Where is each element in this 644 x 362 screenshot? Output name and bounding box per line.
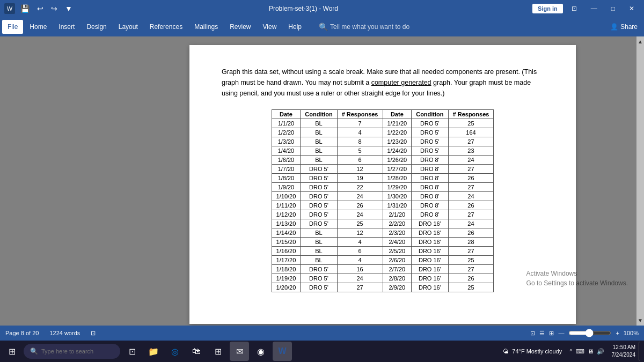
mail-button[interactable]: ✉ — [230, 342, 249, 361]
tab-review[interactable]: Review — [224, 20, 256, 34]
table-row: 1/20/20DRO 5'272/9/20DRO 16'25 — [272, 283, 494, 292]
zoom-slider[interactable] — [568, 329, 611, 337]
sign-in-button[interactable]: Sign in — [532, 4, 563, 13]
cell-0-0: 1/1/20 — [272, 119, 301, 128]
redo-button[interactable]: ↪ — [49, 3, 60, 14]
customize-button[interactable]: ▼ — [63, 3, 75, 14]
close-button[interactable]: ✕ — [624, 3, 640, 14]
tab-view[interactable]: View — [258, 20, 282, 34]
status-right: ⊡ ☰ ⊞ — + 100% — [530, 329, 639, 337]
cell-14-0: 1/16/20 — [272, 247, 301, 256]
speaker-icon[interactable]: 🔊 — [597, 348, 604, 355]
undo-button[interactable]: ↩ — [35, 3, 46, 14]
table-row: 1/1/20BL71/21/20DRO 5'25 — [272, 119, 494, 128]
col-header-condition2: Condition — [412, 110, 448, 119]
word-icon: W — [4, 3, 15, 14]
view-print-icon[interactable]: ⊡ — [530, 330, 535, 337]
cell-17-2: 24 — [337, 274, 383, 283]
cell-7-4: DRO 8' — [412, 183, 448, 192]
monitor-icon[interactable]: 🖥 — [588, 348, 594, 354]
cell-1-4: DRO 5' — [412, 128, 448, 137]
cell-15-5: 25 — [448, 256, 494, 265]
view-web-icon[interactable]: ☰ — [539, 330, 545, 337]
share-icon: 👤 — [610, 23, 618, 31]
cell-15-4: DRO 16' — [412, 256, 448, 265]
cell-14-1: BL — [301, 247, 337, 256]
tab-mailings[interactable]: Mailings — [189, 20, 223, 34]
document-page: Graph this data set, without using a sca… — [189, 45, 576, 324]
apps-button[interactable]: ⊞ — [208, 342, 228, 361]
scroll-bar[interactable]: ▲ ▼ — [636, 36, 644, 326]
table-row: 1/15/20BL42/4/20DRO 16'28 — [272, 238, 494, 247]
tab-file[interactable]: File — [2, 20, 23, 34]
cell-18-4: DRO 16' — [412, 283, 448, 292]
instructions-text: Graph this data set, without using a sca… — [222, 67, 544, 99]
clock-date: 7/24/2024 — [612, 351, 636, 359]
zoom-plus[interactable]: + — [616, 330, 619, 336]
save-button[interactable]: 💾 — [18, 3, 32, 14]
col-header-responses2: # Responses — [448, 110, 494, 119]
zoom-minus[interactable]: — — [558, 330, 564, 336]
underline-text: computer generated — [371, 79, 431, 86]
cell-6-2: 19 — [337, 174, 383, 183]
cell-2-4: DRO 5' — [412, 137, 448, 146]
tab-design[interactable]: Design — [81, 20, 112, 34]
keyboard-icon[interactable]: ⌨ — [576, 348, 584, 355]
view-read-icon[interactable]: ⊞ — [549, 330, 554, 337]
cell-1-3: 1/22/20 — [383, 128, 412, 137]
taskbar-search-input[interactable] — [41, 348, 115, 354]
maximize-button[interactable]: □ — [606, 3, 620, 14]
tab-layout[interactable]: Layout — [113, 20, 143, 34]
chrome-button[interactable]: ◉ — [251, 342, 270, 361]
restore-button[interactable]: ⊡ — [566, 3, 582, 14]
word-taskbar-button[interactable]: W — [273, 342, 292, 361]
chevron-icon[interactable]: ^ — [569, 348, 572, 354]
cell-18-0: 1/20/20 — [272, 283, 301, 292]
cell-3-4: DRO 5' — [412, 146, 448, 156]
cell-9-3: 1/31/20 — [383, 201, 412, 210]
table-row: 1/2/20BL41/22/20DRO 5'164 — [272, 128, 494, 137]
scroll-down-arrow[interactable]: ▼ — [638, 315, 643, 326]
cell-3-5: 23 — [448, 146, 494, 156]
table-row: 1/3/20BL81/23/20DRO 5'27 — [272, 137, 494, 146]
cell-4-0: 1/6/20 — [272, 156, 301, 165]
cell-0-3: 1/21/20 — [383, 119, 412, 128]
cell-5-2: 12 — [337, 165, 383, 174]
clock[interactable]: 12:50 AM 7/24/2024 — [612, 344, 636, 359]
cell-3-1: BL — [301, 146, 337, 156]
cell-13-3: 2/4/20 — [383, 238, 412, 247]
share-button[interactable]: 👤 Share — [606, 21, 642, 33]
cell-3-0: 1/4/20 — [272, 146, 301, 156]
tab-help[interactable]: Help — [283, 20, 307, 34]
tab-home[interactable]: Home — [24, 20, 52, 34]
cell-13-1: BL — [301, 238, 337, 247]
cell-7-0: 1/9/20 — [272, 183, 301, 192]
cell-10-4: DRO 8' — [412, 210, 448, 219]
minimize-button[interactable]: — — [586, 3, 603, 14]
scroll-up-arrow[interactable]: ▲ — [638, 36, 643, 47]
table-row: 1/14/20BL122/3/20DRO 16'26 — [272, 228, 494, 238]
tab-insert[interactable]: Insert — [53, 20, 80, 34]
cell-2-3: 1/23/20 — [383, 137, 412, 146]
ribbon-search-area[interactable]: 🔍 Tell me what you want to do — [319, 23, 409, 31]
tab-references[interactable]: References — [144, 20, 188, 34]
store-button[interactable]: 🛍 — [187, 342, 206, 361]
task-view-button[interactable]: ⊡ — [122, 342, 142, 361]
start-button[interactable]: ⊞ — [2, 342, 21, 361]
taskbar-search-box[interactable]: 🔍 — [24, 344, 120, 359]
cell-2-5: 27 — [448, 137, 494, 146]
cell-10-2: 24 — [337, 210, 383, 219]
cell-9-0: 1/11/20 — [272, 201, 301, 210]
table-header-row: Date Condition # Responses Date Conditio… — [272, 110, 494, 119]
file-explorer-button[interactable]: 📁 — [144, 342, 163, 361]
clock-time: 12:50 AM — [612, 344, 636, 351]
cell-7-5: 27 — [448, 183, 494, 192]
taskbar-search-icon: 🔍 — [30, 348, 38, 355]
title-bar: W 💾 ↩ ↪ ▼ Problem-set-3(1) - Word Sign i… — [0, 0, 644, 17]
cell-8-2: 24 — [337, 192, 383, 201]
show-desktop-button[interactable] — [639, 342, 642, 361]
cell-15-1: BL — [301, 256, 337, 265]
edge-button[interactable]: ◎ — [165, 342, 185, 361]
cell-9-1: DRO 5' — [301, 201, 337, 210]
cell-5-0: 1/7/20 — [272, 165, 301, 174]
